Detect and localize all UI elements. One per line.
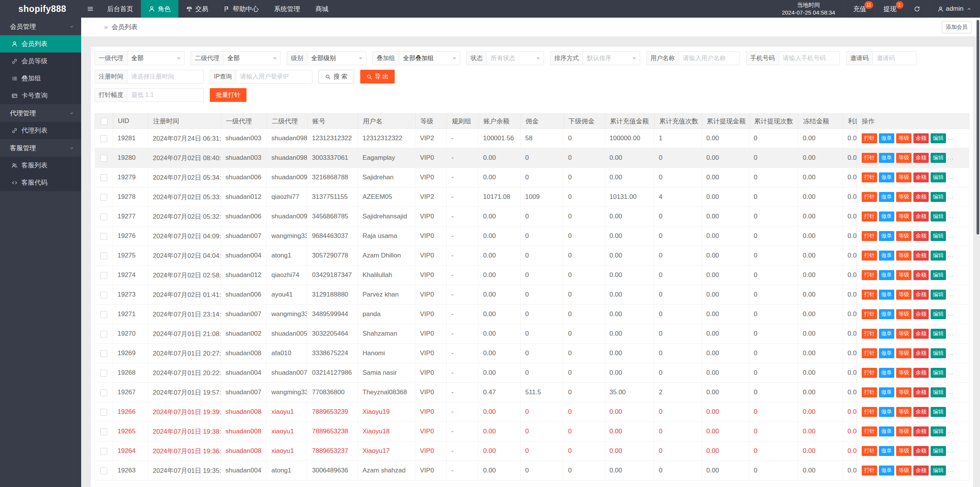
sidebar-group-service-mgmt[interactable]: 客服管理 [0, 139, 81, 157]
order-button[interactable]: 做单 [879, 231, 894, 241]
edit-button[interactable]: 编辑 [931, 466, 946, 476]
inject-button[interactable]: 打针 [862, 309, 877, 319]
level-select[interactable]: 全部级别 [307, 51, 366, 65]
balance-button[interactable]: 余额 [913, 290, 929, 300]
more-actions[interactable]: ... [948, 389, 954, 395]
order-button[interactable]: 做单 [879, 387, 894, 397]
order-button[interactable]: 做单 [879, 426, 894, 436]
edit-button[interactable]: 编辑 [931, 251, 946, 261]
balance-button[interactable]: 余额 [913, 368, 929, 378]
balance-button[interactable]: 余额 [913, 407, 929, 417]
level-button[interactable]: 等级 [896, 153, 911, 163]
balance-button[interactable]: 余额 [913, 426, 929, 436]
inject-button[interactable]: 打针 [862, 192, 877, 202]
sidebar-group-member-mgmt[interactable]: 会员管理 [0, 18, 81, 35]
edit-button[interactable]: 编辑 [931, 368, 946, 378]
row-checkbox[interactable] [100, 370, 107, 377]
level-button[interactable]: 等级 [896, 329, 911, 339]
sidebar-item-member-list[interactable]: 会员列表 [0, 35, 81, 52]
sidebar-item-card-query[interactable]: 卡号查询 [0, 87, 81, 104]
edit-button[interactable]: 编辑 [931, 348, 946, 358]
stack-select[interactable]: 全部叠加组 [399, 51, 460, 65]
level-button[interactable]: 等级 [896, 212, 911, 221]
balance-button[interactable]: 余额 [913, 387, 929, 397]
level-button[interactable]: 等级 [896, 426, 911, 436]
level-button[interactable]: 等级 [896, 446, 911, 456]
inject-button[interactable]: 打针 [862, 231, 877, 241]
edit-button[interactable]: 编辑 [931, 290, 946, 300]
row-checkbox[interactable] [100, 194, 107, 201]
row-checkbox[interactable] [100, 292, 107, 298]
edit-button[interactable]: 编辑 [931, 172, 946, 182]
agent2-select[interactable]: 全部 [223, 51, 281, 65]
topnav-item-mall[interactable]: 商城 [308, 0, 336, 18]
recharge-nav[interactable]: 充值 11 [844, 0, 875, 18]
level-button[interactable]: 等级 [896, 192, 911, 202]
level-button[interactable]: 等级 [896, 133, 911, 143]
inject-button[interactable]: 打针 [862, 172, 877, 182]
order-button[interactable]: 做单 [879, 270, 894, 280]
inject-button[interactable]: 打针 [862, 153, 877, 163]
topnav-item-help[interactable]: 帮助中心 [216, 0, 266, 18]
search-button[interactable]: 搜 索 [318, 70, 354, 84]
balance-button[interactable]: 余额 [913, 153, 929, 163]
edit-button[interactable]: 编辑 [931, 270, 946, 280]
export-button[interactable]: 导 出 [360, 70, 395, 84]
balance-button[interactable]: 余额 [913, 133, 929, 143]
inject-button[interactable]: 打针 [862, 407, 877, 417]
edit-button[interactable]: 编辑 [931, 153, 946, 163]
balance-button[interactable]: 余额 [913, 329, 929, 339]
order-button[interactable]: 做单 [879, 192, 894, 202]
row-checkbox[interactable] [100, 253, 107, 259]
level-button[interactable]: 等级 [896, 290, 911, 300]
inject-button[interactable]: 打针 [862, 387, 877, 397]
row-checkbox[interactable] [100, 272, 107, 279]
row-checkbox[interactable] [100, 233, 107, 240]
more-actions[interactable]: ... [948, 271, 954, 278]
level-button[interactable]: 等级 [896, 251, 911, 261]
more-actions[interactable]: ... [948, 408, 954, 415]
topnav-item-trade[interactable]: 交易 [178, 0, 216, 18]
row-checkbox[interactable] [100, 213, 107, 220]
more-actions[interactable]: ... [948, 291, 954, 297]
menu-toggle-button[interactable] [81, 0, 100, 18]
inject-button[interactable]: 打针 [862, 251, 877, 261]
more-actions[interactable]: ... [948, 447, 954, 454]
row-checkbox[interactable] [100, 155, 107, 162]
balance-button[interactable]: 余额 [913, 172, 929, 182]
order-button[interactable]: 做单 [879, 407, 894, 417]
level-button[interactable]: 等级 [896, 407, 911, 417]
balance-button[interactable]: 余额 [913, 446, 929, 456]
row-checkbox[interactable] [100, 350, 107, 357]
balance-button[interactable]: 余额 [913, 212, 929, 221]
agent1-select[interactable]: 全部 [127, 51, 185, 65]
order-button[interactable]: 做单 [879, 466, 894, 476]
sidebar-item-service-list[interactable]: 客服列表 [0, 157, 81, 174]
more-actions[interactable]: ... [948, 193, 954, 200]
more-actions[interactable]: ... [948, 174, 954, 180]
edit-button[interactable]: 编辑 [931, 329, 946, 339]
order-button[interactable]: 做单 [879, 329, 894, 339]
row-checkbox[interactable] [100, 409, 107, 416]
edit-button[interactable]: 编辑 [931, 426, 946, 436]
order-button[interactable]: 做单 [879, 133, 894, 143]
inject-button[interactable]: 打针 [862, 270, 877, 280]
balance-button[interactable]: 余额 [913, 466, 929, 476]
row-checkbox[interactable] [100, 331, 107, 338]
batch-inject-button[interactable]: 批量打针 [210, 88, 247, 102]
edit-button[interactable]: 编辑 [931, 192, 946, 202]
edit-button[interactable]: 编辑 [931, 446, 946, 456]
phone-input[interactable] [779, 51, 840, 65]
topnav-item-system[interactable]: 系统管理 [266, 0, 308, 18]
balance-button[interactable]: 余额 [913, 309, 929, 319]
edit-button[interactable]: 编辑 [931, 231, 946, 241]
level-button[interactable]: 等级 [896, 270, 911, 280]
sidebar-group-agent-mgmt[interactable]: 代理管理 [0, 104, 81, 122]
inject-button[interactable]: 打针 [862, 466, 877, 476]
ip-input[interactable] [236, 70, 312, 84]
order-button[interactable]: 做单 [879, 290, 894, 300]
balance-button[interactable]: 余额 [913, 251, 929, 261]
order-button[interactable]: 做单 [879, 212, 894, 221]
level-button[interactable]: 等级 [896, 368, 911, 378]
row-checkbox[interactable] [100, 311, 107, 318]
